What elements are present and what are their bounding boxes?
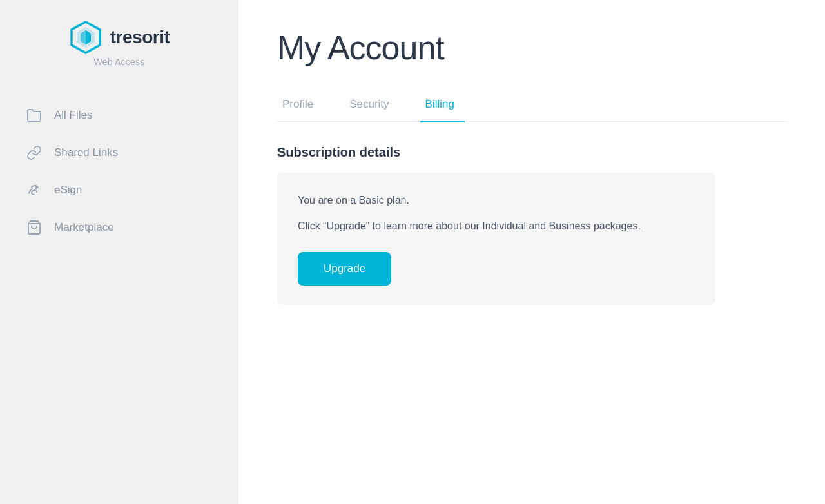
logo-text: tresorit [110,27,170,48]
nav-items: All Files Shared Links eSi [0,98,238,245]
sidebar-item-all-files[interactable]: All Files [13,98,226,133]
subscription-section-title: Subscription details [277,145,786,160]
esign-icon [26,182,43,199]
bag-icon [26,219,43,236]
sidebar-item-esign[interactable]: eSign [13,173,226,208]
page-title: My Account [277,28,786,67]
main-content: My Account Profile Security Billing Subs… [238,0,825,504]
upgrade-button[interactable]: Upgrade [298,252,391,286]
logo-sub: Web Access [94,57,145,67]
subscription-line2: Click “Upgrade” to learn more about our … [298,218,695,235]
sidebar-item-marketplace[interactable]: Marketplace [13,210,226,245]
logo-area: tresorit Web Access [0,21,238,67]
subscription-line1: You are on a Basic plan. [298,192,695,209]
sidebar-item-all-files-label: All Files [54,109,93,122]
sidebar-item-esign-label: eSign [54,184,82,197]
tab-billing[interactable]: Billing [420,90,475,121]
sidebar-item-marketplace-label: Marketplace [54,221,114,234]
tresorit-logo-icon [69,21,102,54]
sidebar: tresorit Web Access All Files Shared Lin… [0,0,238,504]
sidebar-item-shared-links-label: Shared Links [54,146,118,159]
sidebar-item-shared-links[interactable]: Shared Links [13,135,226,170]
logo-row: tresorit [69,21,170,54]
subscription-card: You are on a Basic plan. Click “Upgrade”… [277,173,715,305]
folder-icon [26,107,43,124]
tabs: Profile Security Billing [277,90,786,122]
tab-profile[interactable]: Profile [277,90,334,121]
tab-security[interactable]: Security [344,90,409,121]
link-icon [26,144,43,161]
